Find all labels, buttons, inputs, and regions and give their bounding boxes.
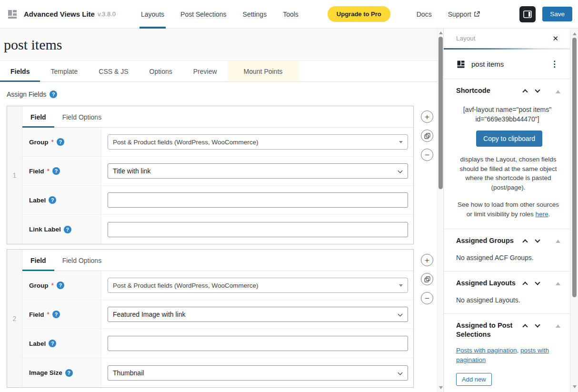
docs-link[interactable]: Docs xyxy=(410,0,438,29)
scroll-up-arrow[interactable] xyxy=(438,30,444,36)
external-link-icon xyxy=(474,11,480,17)
help-icon[interactable]: ? xyxy=(65,369,73,377)
scroll-down-arrow[interactable] xyxy=(570,384,578,390)
collapse-toggle[interactable] xyxy=(554,322,562,330)
scroll-down-arrow[interactable] xyxy=(438,385,444,391)
group-select[interactable]: Post & Product fields (WordPress, WooCom… xyxy=(108,278,408,293)
add-field-button[interactable]: + xyxy=(421,254,433,266)
save-button[interactable]: Save xyxy=(542,7,572,21)
tab-template[interactable]: Template xyxy=(40,61,88,81)
top-navigation: Layouts Post Selections Settings Tools xyxy=(133,0,307,29)
tab-fields[interactable]: Fields xyxy=(0,61,40,81)
section-assigned-groups: Assigned Groups No assigned ACF Groups. xyxy=(444,229,570,271)
field-block-2: 2 Field Field Options Group * ? xyxy=(7,249,414,388)
sidebar-scrollbar[interactable] xyxy=(570,29,578,392)
tab-css-js[interactable]: CSS & JS xyxy=(88,61,139,81)
move-up-button[interactable] xyxy=(520,237,531,246)
help-icon[interactable]: ? xyxy=(49,340,56,347)
see-how-text: See how to load from other sources or li… xyxy=(456,200,560,219)
move-up-button[interactable] xyxy=(520,322,531,331)
chevron-up-icon xyxy=(522,89,528,94)
duplicate-field-button[interactable] xyxy=(421,130,433,142)
required-asterisk: * xyxy=(47,167,50,175)
chevron-up-icon xyxy=(522,281,528,287)
scroll-up-arrow[interactable] xyxy=(570,31,578,37)
collapse-toggle[interactable] xyxy=(554,238,562,245)
support-link[interactable]: Support xyxy=(442,0,486,29)
block-tab-field-options[interactable]: Field Options xyxy=(54,250,110,271)
move-up-button[interactable] xyxy=(520,280,531,288)
help-icon[interactable]: ? xyxy=(57,281,64,289)
shortcode-text: [avf-layout name="post items" id="669e39… xyxy=(456,105,558,124)
section-title: Assigned Groups xyxy=(456,236,520,246)
chevron-down-icon xyxy=(398,370,403,375)
sidebar-toggle-icon xyxy=(523,10,532,18)
empty-text: No assigned Layouts. xyxy=(456,296,562,304)
tab-preview[interactable]: Preview xyxy=(183,61,228,81)
image-size-select[interactable]: Thumbnail xyxy=(108,365,408,381)
section-title: Assigned Layouts xyxy=(456,279,520,288)
move-down-button[interactable] xyxy=(533,87,543,96)
field-select[interactable]: Title with link xyxy=(108,163,408,179)
topbar: Advanced Views Lite v.3.8.0 Layouts Post… xyxy=(0,0,578,29)
tab-mount-points[interactable]: Mount Points xyxy=(228,61,299,81)
copy-icon xyxy=(424,133,430,139)
help-icon[interactable]: ? xyxy=(64,226,71,233)
select-arrow-icon xyxy=(399,141,403,143)
main-scrollbar[interactable] xyxy=(437,29,443,392)
group-select[interactable]: Post & Product fields (WordPress, WooCom… xyxy=(108,134,408,150)
collapse-toggle[interactable] xyxy=(554,88,562,95)
block-tab-field[interactable]: Field xyxy=(22,250,54,271)
label-input[interactable] xyxy=(108,336,408,351)
empty-text: No assigned ACF Groups. xyxy=(456,254,562,261)
field-row-group: Group * ? Post & Product fields (WordPre… xyxy=(22,128,413,157)
duplicate-field-button[interactable] xyxy=(421,273,433,285)
add-new-button[interactable]: Add new xyxy=(456,373,492,386)
kebab-menu-button[interactable]: ⋮ xyxy=(548,58,561,70)
help-icon[interactable]: ? xyxy=(57,138,64,146)
chevron-down-icon xyxy=(398,312,403,317)
chevron-down-icon xyxy=(535,87,540,92)
move-down-button[interactable] xyxy=(533,280,543,288)
block-tab-field[interactable]: Field xyxy=(22,106,54,127)
collapse-icon xyxy=(556,90,560,93)
shortcode-description: displays the Layout, chosen fields shoul… xyxy=(456,155,560,192)
field-row-group: Group * ? Post & Product fields (WordPre… xyxy=(22,271,413,300)
scrollbar-thumb[interactable] xyxy=(572,38,577,297)
field-block-1: 1 Field Field Options Group * ? xyxy=(7,106,414,244)
tab-options[interactable]: Options xyxy=(139,61,183,81)
here-link[interactable]: here xyxy=(535,211,548,218)
scrollbar-thumb[interactable] xyxy=(438,37,443,189)
help-icon[interactable]: ? xyxy=(52,311,60,318)
help-icon[interactable]: ? xyxy=(49,196,56,204)
collapse-icon xyxy=(556,282,560,285)
field-row-field: Field * ? Title with link xyxy=(22,157,413,186)
app-logo-icon xyxy=(7,9,18,20)
move-up-button[interactable] xyxy=(520,87,531,96)
section-assigned-post-selections: Assigned to Post Selections Posts with p… xyxy=(444,314,570,392)
collapse-toggle[interactable] xyxy=(554,280,562,288)
move-down-button[interactable] xyxy=(533,237,543,246)
remove-field-button[interactable]: − xyxy=(421,292,433,304)
field-select[interactable]: Featured Image with link xyxy=(108,307,408,322)
nav-item-layouts[interactable]: Layouts xyxy=(133,0,172,29)
post-selection-link[interactable]: Posts with pagination xyxy=(456,347,517,354)
move-down-button[interactable] xyxy=(533,322,543,331)
field-row-image-size: Image Size ? Thumbnail xyxy=(22,358,413,387)
link-label-input[interactable] xyxy=(108,222,408,237)
sidebar-toggle-button[interactable] xyxy=(519,6,536,22)
required-asterisk: * xyxy=(47,311,50,318)
close-panel-button[interactable]: ✕ xyxy=(550,32,560,45)
block-tab-field-options[interactable]: Field Options xyxy=(54,106,110,127)
nav-item-post-selections[interactable]: Post Selections xyxy=(172,0,235,29)
copy-to-clipboard-button[interactable]: Copy to clipboard xyxy=(476,131,542,147)
upgrade-to-pro-button[interactable]: Upgrade to Pro xyxy=(328,6,390,22)
nav-item-settings[interactable]: Settings xyxy=(235,0,275,29)
section-shortcode: Shortcode [avf-layout name="post items" … xyxy=(444,79,570,229)
label-input[interactable] xyxy=(108,192,408,208)
nav-item-tools[interactable]: Tools xyxy=(275,0,307,29)
remove-field-button[interactable]: − xyxy=(421,149,433,161)
help-icon[interactable]: ? xyxy=(52,167,60,175)
help-icon[interactable]: ? xyxy=(50,90,57,98)
add-field-button[interactable]: + xyxy=(421,111,433,123)
